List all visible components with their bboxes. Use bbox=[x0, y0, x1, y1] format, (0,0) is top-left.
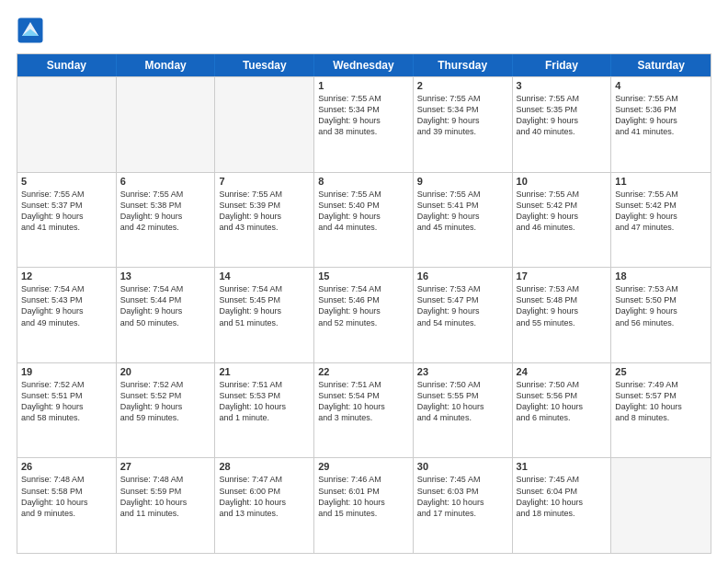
day-number: 1 bbox=[318, 80, 409, 91]
day-cell-21: 21Sunrise: 7:51 AM Sunset: 5:53 PM Dayli… bbox=[215, 363, 314, 458]
day-content: Sunrise: 7:55 AM Sunset: 5:35 PM Dayligh… bbox=[517, 93, 608, 138]
page: SundayMondayTuesdayWednesdayThursdayFrid… bbox=[0, 0, 728, 563]
day-content: Sunrise: 7:48 AM Sunset: 5:58 PM Dayligh… bbox=[21, 474, 112, 519]
day-number: 3 bbox=[517, 80, 608, 91]
day-number: 24 bbox=[517, 366, 608, 377]
day-number: 9 bbox=[417, 176, 508, 187]
day-cell-18: 18Sunrise: 7:53 AM Sunset: 5:50 PM Dayli… bbox=[611, 268, 711, 362]
day-content: Sunrise: 7:55 AM Sunset: 5:39 PM Dayligh… bbox=[219, 189, 310, 234]
day-content: Sunrise: 7:45 AM Sunset: 6:03 PM Dayligh… bbox=[417, 474, 508, 519]
day-cell-5: 5Sunrise: 7:55 AM Sunset: 5:37 PM Daylig… bbox=[17, 173, 117, 268]
day-cell-12: 12Sunrise: 7:54 AM Sunset: 5:43 PM Dayli… bbox=[17, 268, 117, 362]
empty-cell-0-0 bbox=[17, 77, 117, 172]
day-cell-28: 28Sunrise: 7:47 AM Sunset: 6:00 PM Dayli… bbox=[215, 458, 314, 553]
day-number: 12 bbox=[21, 270, 112, 282]
day-content: Sunrise: 7:45 AM Sunset: 6:04 PM Dayligh… bbox=[517, 474, 608, 519]
day-cell-13: 13Sunrise: 7:54 AM Sunset: 5:44 PM Dayli… bbox=[117, 268, 216, 362]
day-cell-3: 3Sunrise: 7:55 AM Sunset: 5:35 PM Daylig… bbox=[513, 77, 612, 172]
day-number: 14 bbox=[219, 270, 310, 282]
day-number: 29 bbox=[318, 461, 409, 472]
day-content: Sunrise: 7:51 AM Sunset: 5:54 PM Dayligh… bbox=[318, 379, 409, 424]
day-cell-15: 15Sunrise: 7:54 AM Sunset: 5:46 PM Dayli… bbox=[314, 268, 414, 362]
day-number: 23 bbox=[417, 366, 508, 377]
day-cell-29: 29Sunrise: 7:46 AM Sunset: 6:01 PM Dayli… bbox=[314, 458, 414, 553]
calendar-row-4: 26Sunrise: 7:48 AM Sunset: 5:58 PM Dayli… bbox=[17, 457, 711, 553]
day-number: 17 bbox=[517, 270, 608, 282]
day-cell-30: 30Sunrise: 7:45 AM Sunset: 6:03 PM Dayli… bbox=[414, 458, 513, 553]
day-cell-17: 17Sunrise: 7:53 AM Sunset: 5:48 PM Dayli… bbox=[513, 268, 612, 362]
day-number: 11 bbox=[615, 176, 707, 187]
header bbox=[17, 17, 711, 44]
day-content: Sunrise: 7:51 AM Sunset: 5:53 PM Dayligh… bbox=[219, 379, 310, 424]
day-number: 5 bbox=[21, 176, 112, 187]
header-day-monday: Monday bbox=[117, 54, 216, 76]
day-number: 25 bbox=[615, 366, 707, 377]
day-number: 27 bbox=[120, 461, 211, 472]
day-number: 2 bbox=[417, 80, 508, 91]
day-number: 16 bbox=[417, 270, 508, 282]
calendar-header: SundayMondayTuesdayWednesdayThursdayFrid… bbox=[17, 54, 711, 76]
day-content: Sunrise: 7:53 AM Sunset: 5:48 PM Dayligh… bbox=[517, 283, 608, 328]
header-day-thursday: Thursday bbox=[414, 54, 513, 76]
calendar-row-0: 1Sunrise: 7:55 AM Sunset: 5:34 PM Daylig… bbox=[17, 76, 711, 172]
logo bbox=[17, 17, 48, 44]
day-content: Sunrise: 7:55 AM Sunset: 5:34 PM Dayligh… bbox=[417, 93, 508, 138]
day-content: Sunrise: 7:46 AM Sunset: 6:01 PM Dayligh… bbox=[318, 474, 409, 519]
logo-icon bbox=[17, 17, 44, 44]
day-content: Sunrise: 7:54 AM Sunset: 5:46 PM Dayligh… bbox=[318, 283, 409, 328]
day-content: Sunrise: 7:54 AM Sunset: 5:45 PM Dayligh… bbox=[219, 283, 310, 328]
day-number: 6 bbox=[120, 176, 211, 187]
day-content: Sunrise: 7:49 AM Sunset: 5:57 PM Dayligh… bbox=[615, 379, 707, 424]
header-day-sunday: Sunday bbox=[17, 54, 117, 76]
day-number: 30 bbox=[417, 461, 508, 472]
day-cell-4: 4Sunrise: 7:55 AM Sunset: 5:36 PM Daylig… bbox=[611, 77, 711, 172]
day-content: Sunrise: 7:54 AM Sunset: 5:43 PM Dayligh… bbox=[21, 283, 112, 328]
day-number: 31 bbox=[517, 461, 608, 472]
day-cell-11: 11Sunrise: 7:55 AM Sunset: 5:42 PM Dayli… bbox=[611, 173, 711, 268]
day-content: Sunrise: 7:53 AM Sunset: 5:50 PM Dayligh… bbox=[615, 283, 707, 328]
day-number: 15 bbox=[318, 270, 409, 282]
day-content: Sunrise: 7:55 AM Sunset: 5:42 PM Dayligh… bbox=[517, 189, 608, 234]
day-content: Sunrise: 7:55 AM Sunset: 5:34 PM Dayligh… bbox=[318, 93, 409, 138]
day-number: 20 bbox=[120, 366, 211, 377]
day-content: Sunrise: 7:52 AM Sunset: 5:51 PM Dayligh… bbox=[21, 379, 112, 424]
day-number: 18 bbox=[615, 270, 707, 282]
day-content: Sunrise: 7:47 AM Sunset: 6:00 PM Dayligh… bbox=[219, 474, 310, 519]
calendar-row-2: 12Sunrise: 7:54 AM Sunset: 5:43 PM Dayli… bbox=[17, 267, 711, 362]
day-content: Sunrise: 7:54 AM Sunset: 5:44 PM Dayligh… bbox=[120, 283, 211, 328]
day-cell-6: 6Sunrise: 7:55 AM Sunset: 5:38 PM Daylig… bbox=[117, 173, 216, 268]
day-number: 21 bbox=[219, 366, 310, 377]
day-cell-20: 20Sunrise: 7:52 AM Sunset: 5:52 PM Dayli… bbox=[117, 363, 216, 458]
header-day-saturday: Saturday bbox=[611, 54, 711, 76]
day-number: 7 bbox=[219, 176, 310, 187]
empty-cell-0-2 bbox=[215, 77, 314, 172]
calendar-row-3: 19Sunrise: 7:52 AM Sunset: 5:51 PM Dayli… bbox=[17, 362, 711, 458]
day-cell-14: 14Sunrise: 7:54 AM Sunset: 5:45 PM Dayli… bbox=[215, 268, 314, 362]
day-number: 8 bbox=[318, 176, 409, 187]
day-cell-10: 10Sunrise: 7:55 AM Sunset: 5:42 PM Dayli… bbox=[513, 173, 612, 268]
day-cell-24: 24Sunrise: 7:50 AM Sunset: 5:56 PM Dayli… bbox=[513, 363, 612, 458]
calendar: SundayMondayTuesdayWednesdayThursdayFrid… bbox=[17, 53, 711, 554]
day-number: 13 bbox=[120, 270, 211, 282]
day-content: Sunrise: 7:50 AM Sunset: 5:55 PM Dayligh… bbox=[417, 379, 508, 424]
day-content: Sunrise: 7:55 AM Sunset: 5:36 PM Dayligh… bbox=[615, 93, 707, 138]
day-cell-27: 27Sunrise: 7:48 AM Sunset: 5:59 PM Dayli… bbox=[117, 458, 216, 553]
day-content: Sunrise: 7:53 AM Sunset: 5:47 PM Dayligh… bbox=[417, 283, 508, 328]
day-number: 22 bbox=[318, 366, 409, 377]
header-day-wednesday: Wednesday bbox=[314, 54, 414, 76]
day-content: Sunrise: 7:50 AM Sunset: 5:56 PM Dayligh… bbox=[517, 379, 608, 424]
empty-cell-4-6 bbox=[611, 458, 711, 553]
day-cell-16: 16Sunrise: 7:53 AM Sunset: 5:47 PM Dayli… bbox=[414, 268, 513, 362]
calendar-body: 1Sunrise: 7:55 AM Sunset: 5:34 PM Daylig… bbox=[17, 76, 711, 553]
empty-cell-0-1 bbox=[117, 77, 216, 172]
day-content: Sunrise: 7:55 AM Sunset: 5:38 PM Dayligh… bbox=[120, 189, 211, 234]
day-cell-7: 7Sunrise: 7:55 AM Sunset: 5:39 PM Daylig… bbox=[215, 173, 314, 268]
day-number: 10 bbox=[517, 176, 608, 187]
day-content: Sunrise: 7:55 AM Sunset: 5:40 PM Dayligh… bbox=[318, 189, 409, 234]
header-day-tuesday: Tuesday bbox=[215, 54, 314, 76]
day-cell-23: 23Sunrise: 7:50 AM Sunset: 5:55 PM Dayli… bbox=[414, 363, 513, 458]
day-number: 26 bbox=[21, 461, 112, 472]
day-content: Sunrise: 7:55 AM Sunset: 5:37 PM Dayligh… bbox=[21, 189, 112, 234]
day-cell-26: 26Sunrise: 7:48 AM Sunset: 5:58 PM Dayli… bbox=[17, 458, 117, 553]
calendar-row-1: 5Sunrise: 7:55 AM Sunset: 5:37 PM Daylig… bbox=[17, 172, 711, 268]
